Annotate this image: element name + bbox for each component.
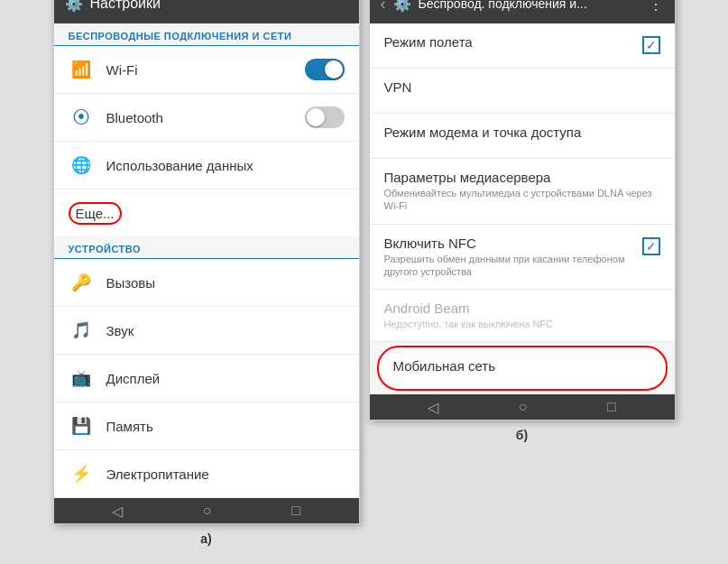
more-label: Еще...	[76, 206, 115, 221]
menu-item-memory[interactable]: 💾 Память	[54, 402, 359, 450]
bluetooth-toggle[interactable]	[305, 106, 345, 128]
settings-icon: ⚙️	[65, 0, 83, 13]
media-server-content: Параметры медиасервера Обменивайтесь мул…	[384, 170, 660, 213]
menu-item-more[interactable]: Еще...	[54, 190, 359, 236]
left-title-bar: ⚙️ Настройки	[54, 0, 359, 23]
sound-label: Звук	[106, 323, 345, 338]
menu-item-calls[interactable]: 🔑 Вызовы	[54, 259, 359, 307]
tethering-title: Режим модема и точка доступа	[384, 125, 660, 140]
bluetooth-icon: ⦿	[69, 105, 94, 130]
left-title: Настройки	[90, 0, 161, 12]
power-label: Электропитание	[106, 467, 345, 482]
data-usage-icon: 🌐	[69, 153, 94, 178]
nfc-content: Включить NFC Разрешить обмен данными при…	[384, 236, 642, 279]
right-title-bar: ‹ ⚙️ Беспровод. подключения и... ⋮	[370, 0, 675, 23]
menu-item-mobile-network[interactable]: Мобильная сеть	[377, 346, 668, 391]
wifi-icon: 📶	[69, 57, 94, 82]
more-options-icon[interactable]: ⋮	[648, 0, 664, 14]
power-icon: ⚡	[69, 461, 94, 486]
menu-item-data-usage[interactable]: 🌐 Использование данных	[54, 142, 359, 190]
recent-nav-icon[interactable]: □	[291, 503, 300, 519]
menu-item-nfc[interactable]: Включить NFC Разрешить обмен данными при…	[370, 225, 675, 291]
right-title: Беспровод. подключения и...	[419, 0, 640, 11]
bluetooth-label: Bluetooth	[106, 110, 292, 125]
back-nav-icon[interactable]: ◁	[112, 503, 123, 520]
media-server-subtitle: Обменивайтесь мультимедиа с устройствами…	[384, 187, 660, 213]
menu-item-sound[interactable]: 🎵 Звук	[54, 307, 359, 355]
right-recent-nav-icon[interactable]: □	[607, 399, 616, 415]
airplane-content: Режим полета	[384, 34, 642, 50]
menu-item-bluetooth[interactable]: ⦿ Bluetooth	[54, 94, 359, 142]
left-phone-screen: 📷 Сохранение снимка экрана... ⚙️ Настрой…	[53, 0, 360, 524]
mobile-network-title: Мобильная сеть	[393, 358, 651, 374]
section2-header: УСТРОЙСТВО	[54, 236, 359, 259]
left-bottom-nav: ◁ ○ □	[54, 498, 359, 523]
media-server-title: Параметры медиасервера	[384, 170, 660, 185]
nfc-subtitle: Разрешить обмен данными при касании теле…	[384, 253, 642, 279]
memory-label: Память	[106, 419, 345, 434]
memory-icon: 💾	[69, 413, 94, 439]
sound-icon: 🎵	[69, 318, 94, 343]
nfc-title: Включить NFC	[384, 236, 642, 251]
right-home-nav-icon[interactable]: ○	[519, 399, 528, 415]
menu-item-android-beam: Android Beam Недоступно, так как выключе…	[370, 290, 675, 342]
android-beam-content: Android Beam Недоступно, так как выключе…	[384, 300, 660, 330]
display-label: Дисплей	[106, 371, 345, 386]
data-usage-label: Использование данных	[106, 158, 345, 173]
nfc-checkbox[interactable]	[642, 237, 660, 255]
home-nav-icon[interactable]: ○	[203, 503, 212, 519]
menu-item-vpn[interactable]: VPN	[370, 69, 675, 114]
menu-item-power[interactable]: ⚡ Электропитание	[54, 450, 359, 498]
mobile-network-content: Мобильная сеть	[393, 358, 651, 374]
airplane-title: Режим полета	[384, 34, 642, 50]
vpn-content: VPN	[384, 79, 660, 95]
menu-item-airplane[interactable]: Режим полета	[370, 23, 675, 69]
vpn-title: VPN	[384, 79, 660, 95]
right-bottom-nav: ◁ ○ □	[370, 394, 675, 420]
menu-item-tethering[interactable]: Режим модема и точка доступа	[370, 114, 675, 159]
wifi-label: Wi-Fi	[106, 62, 292, 78]
right-settings-icon: ⚙️	[393, 0, 411, 13]
tethering-content: Режим модема и точка доступа	[384, 125, 660, 140]
android-beam-title: Android Beam	[384, 300, 660, 316]
screen-b-label: б)	[369, 428, 676, 442]
screen-a-label: а)	[53, 532, 360, 546]
menu-item-media-server[interactable]: Параметры медиасервера Обменивайтесь мул…	[370, 159, 675, 225]
right-back-nav-icon[interactable]: ◁	[428, 399, 438, 416]
section1-header: БЕСПРОВОДНЫЕ ПОДКЛЮЧЕНИЯ И СЕТИ	[54, 23, 359, 46]
more-highlight: Еще...	[69, 202, 122, 225]
right-phone-screen: 📷 Сохранение снимка экрана... ‹ ⚙️ Беспр…	[369, 0, 676, 421]
calls-icon: 🔑	[69, 270, 94, 295]
calls-label: Вызовы	[106, 275, 345, 291]
wifi-toggle[interactable]	[305, 59, 345, 80]
android-beam-subtitle: Недоступно, так как выключена NFC	[384, 318, 660, 330]
menu-item-display[interactable]: 📺 Дисплей	[54, 355, 359, 402]
airplane-checkbox[interactable]	[642, 36, 660, 54]
back-arrow-icon[interactable]: ‹	[381, 0, 386, 14]
menu-item-wifi[interactable]: 📶 Wi-Fi	[54, 46, 359, 94]
display-icon: 📺	[69, 365, 94, 391]
